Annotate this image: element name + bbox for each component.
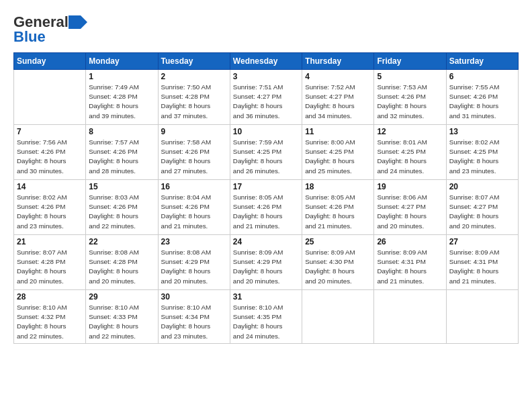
day-info: Sunrise: 7:52 AMSunset: 4:27 PMDaylight:… <box>305 83 371 121</box>
day-info: Sunrise: 8:09 AMSunset: 4:31 PMDaylight:… <box>377 248 443 286</box>
header-tuesday: Tuesday <box>158 53 230 70</box>
calendar-cell: 3Sunrise: 7:51 AMSunset: 4:27 PMDaylight… <box>230 70 302 125</box>
logo: General Blue <box>13 13 87 46</box>
day-number: 26 <box>377 237 443 246</box>
calendar-cell: 31Sunrise: 8:10 AMSunset: 4:35 PMDayligh… <box>230 290 302 344</box>
logo-icon <box>69 15 87 29</box>
day-number: 25 <box>305 237 371 246</box>
day-info: Sunrise: 8:10 AMSunset: 4:34 PMDaylight:… <box>161 303 227 341</box>
day-number: 11 <box>305 127 371 136</box>
day-info: Sunrise: 8:09 AMSunset: 4:30 PMDaylight:… <box>305 248 371 286</box>
day-number: 13 <box>449 127 515 136</box>
calendar-cell: 5Sunrise: 7:53 AMSunset: 4:26 PMDaylight… <box>374 70 446 125</box>
calendar-cell: 15Sunrise: 8:03 AMSunset: 4:26 PMDayligh… <box>86 180 158 235</box>
day-number: 8 <box>89 127 154 136</box>
day-number: 12 <box>377 127 443 136</box>
day-info: Sunrise: 8:10 AMSunset: 4:32 PMDaylight:… <box>17 303 83 341</box>
day-info: Sunrise: 8:05 AMSunset: 4:26 PMDaylight:… <box>305 193 371 231</box>
day-info: Sunrise: 8:02 AMSunset: 4:25 PMDaylight:… <box>449 138 515 176</box>
day-info: Sunrise: 8:03 AMSunset: 4:26 PMDaylight:… <box>89 193 154 231</box>
calendar-cell: 25Sunrise: 8:09 AMSunset: 4:30 PMDayligh… <box>302 235 374 290</box>
calendar-cell: 22Sunrise: 8:08 AMSunset: 4:28 PMDayligh… <box>86 235 158 290</box>
calendar-cell: 30Sunrise: 8:10 AMSunset: 4:34 PMDayligh… <box>158 290 230 344</box>
day-info: Sunrise: 7:55 AMSunset: 4:26 PMDaylight:… <box>449 83 515 121</box>
header-saturday: Saturday <box>446 53 518 70</box>
day-info: Sunrise: 8:10 AMSunset: 4:35 PMDaylight:… <box>233 303 299 341</box>
week-row-5: 28Sunrise: 8:10 AMSunset: 4:32 PMDayligh… <box>14 290 519 344</box>
week-row-3: 14Sunrise: 8:02 AMSunset: 4:26 PMDayligh… <box>14 180 519 235</box>
day-info: Sunrise: 8:00 AMSunset: 4:25 PMDaylight:… <box>305 138 371 176</box>
calendar-cell: 19Sunrise: 8:06 AMSunset: 4:27 PMDayligh… <box>374 180 446 235</box>
day-number: 5 <box>377 72 443 81</box>
day-number: 31 <box>233 292 299 302</box>
calendar-cell: 9Sunrise: 7:58 AMSunset: 4:26 PMDaylight… <box>158 125 230 180</box>
calendar-cell: 1Sunrise: 7:49 AMSunset: 4:28 PMDaylight… <box>86 70 158 125</box>
day-number: 9 <box>161 127 227 136</box>
day-number: 29 <box>89 292 154 302</box>
header-friday: Friday <box>374 53 446 70</box>
day-info: Sunrise: 8:04 AMSunset: 4:26 PMDaylight:… <box>161 193 227 231</box>
day-info: Sunrise: 8:08 AMSunset: 4:28 PMDaylight:… <box>89 248 154 286</box>
calendar-cell <box>446 290 518 344</box>
day-number: 7 <box>17 127 83 136</box>
day-number: 16 <box>161 182 227 191</box>
day-number: 24 <box>233 237 299 246</box>
week-row-4: 21Sunrise: 8:07 AMSunset: 4:28 PMDayligh… <box>14 235 519 290</box>
logo-blue: Blue <box>13 28 46 46</box>
calendar-cell: 24Sunrise: 8:09 AMSunset: 4:29 PMDayligh… <box>230 235 302 290</box>
day-info: Sunrise: 7:49 AMSunset: 4:28 PMDaylight:… <box>89 83 154 121</box>
day-info: Sunrise: 8:01 AMSunset: 4:25 PMDaylight:… <box>377 138 443 176</box>
calendar-cell: 10Sunrise: 7:59 AMSunset: 4:25 PMDayligh… <box>230 125 302 180</box>
header: General Blue <box>13 13 519 46</box>
header-thursday: Thursday <box>302 53 374 70</box>
calendar-cell: 2Sunrise: 7:50 AMSunset: 4:28 PMDaylight… <box>158 70 230 125</box>
day-number: 18 <box>305 182 371 191</box>
day-number: 19 <box>377 182 443 191</box>
calendar-cell: 23Sunrise: 8:08 AMSunset: 4:29 PMDayligh… <box>158 235 230 290</box>
calendar-cell: 12Sunrise: 8:01 AMSunset: 4:25 PMDayligh… <box>374 125 446 180</box>
page: General Blue SundayMondayTuesdayWednesda… <box>0 0 532 411</box>
svg-marker-0 <box>69 15 87 29</box>
day-number: 14 <box>17 182 83 191</box>
calendar-table: SundayMondayTuesdayWednesdayThursdayFrid… <box>13 52 519 344</box>
day-number: 28 <box>17 292 83 302</box>
day-number: 4 <box>305 72 371 81</box>
day-number: 10 <box>233 127 299 136</box>
day-info: Sunrise: 7:51 AMSunset: 4:27 PMDaylight:… <box>233 83 299 121</box>
calendar-cell: 6Sunrise: 7:55 AMSunset: 4:26 PMDaylight… <box>446 70 518 125</box>
day-number: 22 <box>89 237 154 246</box>
calendar-cell: 20Sunrise: 8:07 AMSunset: 4:27 PMDayligh… <box>446 180 518 235</box>
day-number: 30 <box>161 292 227 302</box>
calendar-cell: 11Sunrise: 8:00 AMSunset: 4:25 PMDayligh… <box>302 125 374 180</box>
day-number: 3 <box>233 72 299 81</box>
day-info: Sunrise: 8:08 AMSunset: 4:29 PMDaylight:… <box>161 248 227 286</box>
day-info: Sunrise: 8:09 AMSunset: 4:31 PMDaylight:… <box>449 248 515 286</box>
day-number: 21 <box>17 237 83 246</box>
day-number: 6 <box>449 72 515 81</box>
week-row-1: 1Sunrise: 7:49 AMSunset: 4:28 PMDaylight… <box>14 70 519 125</box>
calendar-cell: 14Sunrise: 8:02 AMSunset: 4:26 PMDayligh… <box>14 180 86 235</box>
day-info: Sunrise: 7:50 AMSunset: 4:28 PMDaylight:… <box>161 83 227 121</box>
calendar-cell: 29Sunrise: 8:10 AMSunset: 4:33 PMDayligh… <box>86 290 158 344</box>
calendar-cell: 28Sunrise: 8:10 AMSunset: 4:32 PMDayligh… <box>14 290 86 344</box>
day-number: 2 <box>161 72 227 81</box>
day-info: Sunrise: 7:58 AMSunset: 4:26 PMDaylight:… <box>161 138 227 176</box>
header-wednesday: Wednesday <box>230 53 302 70</box>
day-info: Sunrise: 8:07 AMSunset: 4:28 PMDaylight:… <box>17 248 83 286</box>
calendar-cell <box>374 290 446 344</box>
calendar-cell <box>302 290 374 344</box>
week-row-2: 7Sunrise: 7:56 AMSunset: 4:26 PMDaylight… <box>14 125 519 180</box>
calendar-cell: 16Sunrise: 8:04 AMSunset: 4:26 PMDayligh… <box>158 180 230 235</box>
day-info: Sunrise: 7:56 AMSunset: 4:26 PMDaylight:… <box>17 138 83 176</box>
day-info: Sunrise: 8:10 AMSunset: 4:33 PMDaylight:… <box>89 303 154 341</box>
calendar-header-row: SundayMondayTuesdayWednesdayThursdayFrid… <box>14 53 519 70</box>
calendar-cell: 4Sunrise: 7:52 AMSunset: 4:27 PMDaylight… <box>302 70 374 125</box>
day-info: Sunrise: 8:05 AMSunset: 4:26 PMDaylight:… <box>233 193 299 231</box>
calendar-cell: 27Sunrise: 8:09 AMSunset: 4:31 PMDayligh… <box>446 235 518 290</box>
calendar-cell: 17Sunrise: 8:05 AMSunset: 4:26 PMDayligh… <box>230 180 302 235</box>
day-number: 20 <box>449 182 515 191</box>
day-number: 1 <box>89 72 154 81</box>
header-sunday: Sunday <box>14 53 86 70</box>
day-number: 15 <box>89 182 154 191</box>
day-info: Sunrise: 7:53 AMSunset: 4:26 PMDaylight:… <box>377 83 443 121</box>
